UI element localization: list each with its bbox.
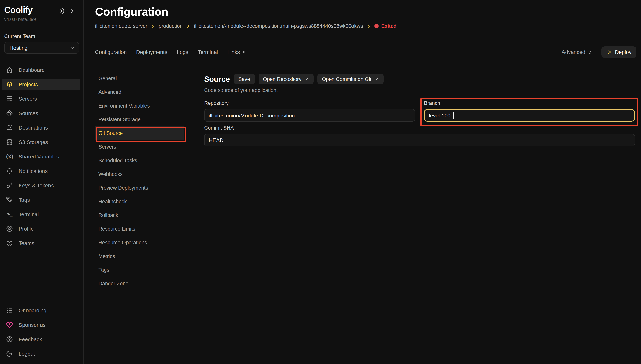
status-text: Exited [381, 23, 397, 29]
sidebar-item-logout[interactable]: Logout [2, 348, 80, 360]
bell-icon [6, 168, 13, 174]
team-select[interactable]: Hosting [4, 42, 79, 54]
variable-icon: (x) [6, 154, 13, 160]
submenu-item-webhooks[interactable]: Webhooks [95, 167, 184, 181]
commit-sha-field: Commit SHA [204, 125, 635, 146]
home-icon [6, 66, 13, 73]
section-description: Code source of your application. [204, 87, 635, 94]
submenu-item-danger-zone[interactable]: Danger Zone [95, 276, 184, 290]
sidebar-item-profile[interactable]: Profile [2, 223, 80, 234]
submenu-item-resource-limits[interactable]: Resource Limits [95, 222, 184, 236]
submenu-item-advanced[interactable]: Advanced [95, 85, 184, 99]
chevrons-up-down-icon [587, 50, 592, 54]
sidebar-item-dashboard[interactable]: Dashboard [2, 64, 80, 76]
tag-icon [6, 196, 13, 203]
sidebar-item-servers[interactable]: Servers [2, 93, 80, 104]
commit-sha-label: Commit SHA [204, 125, 635, 131]
submenu-item-tags[interactable]: Tags [95, 263, 184, 276]
tab-deployments[interactable]: Deployments [136, 49, 167, 55]
sidebar-item-sources[interactable]: Sources [2, 108, 80, 119]
save-button[interactable]: Save [234, 74, 255, 84]
page-title: Configuration [95, 0, 636, 18]
repository-input[interactable] [204, 109, 415, 122]
sidebar: Coolify v4.0.0-beta.399 Current Team Hos [0, 0, 84, 364]
team-select-value: Hosting [10, 45, 28, 51]
open-repository-button[interactable]: Open Repository [258, 74, 314, 84]
tab-links[interactable]: Links [228, 49, 246, 55]
sidebar-footer-menu: Onboarding Sponsor us Feedback Logout [0, 305, 83, 362]
sidebar-header: Coolify v4.0.0-beta.399 [0, 0, 83, 22]
key-icon [6, 182, 13, 189]
sidebar-item-projects[interactable]: Projects [2, 79, 80, 90]
configuration-submenu: General Advanced Environment Variables P… [95, 72, 184, 290]
deploy-button[interactable]: Deploy [602, 46, 636, 58]
submenu-item-preview-deployments[interactable]: Preview Deployments [95, 181, 184, 194]
chevron-right-icon [151, 24, 155, 28]
tab-bar: Configuration Deployments Logs Terminal … [95, 46, 636, 58]
sidebar-item-terminal[interactable]: >_ Terminal [2, 208, 80, 220]
submenu-item-metrics[interactable]: Metrics [95, 249, 184, 263]
map-icon [6, 124, 13, 131]
tab-configuration[interactable]: Configuration [95, 49, 127, 55]
sidebar-collapse-chevrons-icon[interactable] [69, 8, 74, 14]
sidebar-item-tags[interactable]: Tags [2, 194, 80, 206]
breadcrumb-environment[interactable]: production [159, 23, 183, 29]
submenu-item-resource-operations[interactable]: Resource Operations [95, 236, 184, 249]
git-source-icon [6, 110, 13, 117]
repository-label: Repository [204, 100, 415, 106]
submenu-item-scheduled-tasks[interactable]: Scheduled Tasks [95, 154, 184, 167]
sidebar-item-keys-tokens[interactable]: Keys & Tokens [2, 180, 80, 191]
current-team-label: Current Team [4, 33, 79, 40]
checklist-icon [6, 307, 13, 314]
sidebar-item-s3-storages[interactable]: S3 Storages [2, 136, 80, 148]
breadcrumb: illicitonion quote server production ill… [95, 23, 636, 29]
arrow-up-right-icon [375, 77, 379, 81]
coolify-app: Coolify v4.0.0-beta.399 Current Team Hos [0, 0, 641, 364]
main-content: Configuration illicitonion quote server … [84, 0, 641, 364]
commit-sha-input[interactable] [204, 134, 635, 146]
submenu-item-git-source[interactable]: Git Source [95, 126, 184, 140]
sidebar-item-destinations[interactable]: Destinations [2, 122, 80, 133]
server-icon [6, 95, 13, 102]
arrow-up-right-icon [305, 77, 309, 81]
heart-icon [6, 322, 13, 328]
git-source-panel: Source Save Open Repository Open Commits… [204, 72, 636, 290]
status-dot-icon [374, 24, 378, 28]
submenu-item-rollback[interactable]: Rollback [95, 208, 184, 222]
branch-input[interactable] [424, 109, 635, 122]
database-icon [6, 139, 13, 146]
sidebar-item-teams[interactable]: Teams [2, 238, 80, 249]
open-commits-button[interactable]: Open Commits on Git [317, 74, 384, 84]
section-title: Source [204, 74, 230, 84]
users-icon [6, 240, 13, 246]
submenu-item-general[interactable]: General [95, 72, 184, 85]
chevron-down-icon [70, 45, 75, 50]
chevrons-up-down-icon [242, 50, 246, 54]
help-circle-icon [6, 336, 13, 343]
breadcrumb-application[interactable]: illicitestonion/-module--decomposition:m… [194, 23, 363, 29]
sidebar-item-onboarding[interactable]: Onboarding [2, 305, 80, 316]
submenu-item-environment-variables[interactable]: Environment Variables [95, 99, 184, 112]
tab-bar-divider [95, 63, 636, 64]
status-badge: Exited [374, 23, 397, 29]
logout-icon [6, 350, 13, 357]
sidebar-item-notifications[interactable]: Notifications [2, 165, 80, 177]
chevron-right-icon [186, 24, 191, 28]
repository-field: Repository [204, 100, 415, 122]
submenu-item-servers[interactable]: Servers [95, 140, 184, 154]
branch-field: Branch [424, 100, 635, 122]
sidebar-item-shared-variables[interactable]: (x) Shared Variables [2, 151, 80, 162]
breadcrumb-project[interactable]: illicitonion quote server [95, 23, 147, 29]
terminal-icon: >_ [6, 212, 13, 217]
advanced-dropdown[interactable]: Advanced [561, 49, 592, 55]
submenu-item-healthcheck[interactable]: Healthcheck [95, 194, 184, 208]
tab-logs[interactable]: Logs [177, 49, 188, 55]
text-caret [453, 112, 454, 119]
theme-toggle-sun-icon[interactable] [59, 8, 65, 14]
sidebar-item-feedback[interactable]: Feedback [2, 334, 80, 345]
layers-icon [6, 81, 13, 88]
sidebar-menu: Dashboard Projects Servers Sources [0, 64, 83, 252]
tab-terminal[interactable]: Terminal [198, 49, 218, 55]
submenu-item-persistent-storage[interactable]: Persistent Storage [95, 112, 184, 126]
sidebar-item-sponsor-us[interactable]: Sponsor us [2, 319, 80, 330]
